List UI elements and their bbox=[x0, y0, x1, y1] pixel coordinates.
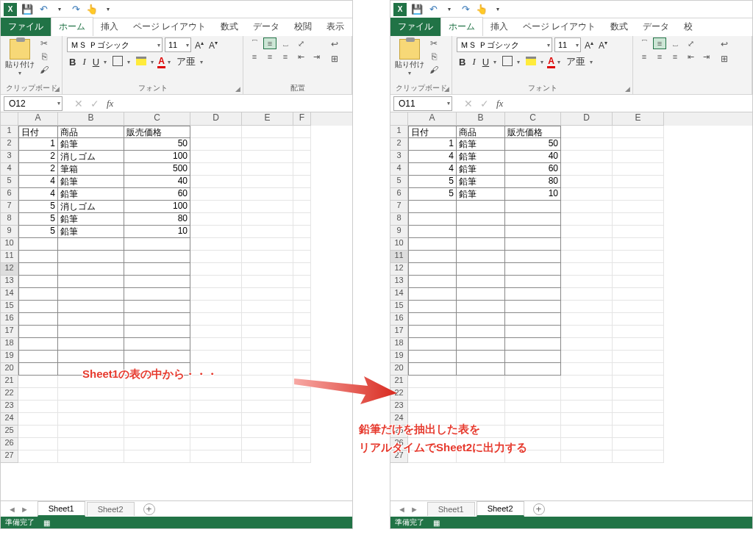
align-bottom-icon[interactable]: ⎵ bbox=[279, 37, 292, 49]
tab-layout[interactable]: ページ レイアウト bbox=[515, 18, 603, 36]
align-center-icon[interactable]: ≡ bbox=[653, 51, 666, 62]
underline-button[interactable]: U bbox=[480, 57, 491, 68]
undo-icon[interactable]: ↶ bbox=[38, 4, 49, 15]
underline-button[interactable]: U bbox=[90, 57, 101, 68]
orientation-icon[interactable]: ⤢ bbox=[294, 37, 307, 49]
tab-data[interactable]: データ bbox=[246, 18, 287, 36]
grow-font-icon[interactable]: A▴ bbox=[583, 40, 595, 51]
cancel-formula-icon[interactable]: ✕ bbox=[464, 98, 473, 110]
sheet-tab-sheet1[interactable]: Sheet1 bbox=[38, 501, 85, 517]
shrink-font-icon[interactable]: A▾ bbox=[597, 40, 609, 51]
paste-button[interactable]: 貼り付け ▾ bbox=[5, 37, 35, 76]
borders-button[interactable] bbox=[500, 56, 515, 68]
align-left-icon[interactable]: ≡ bbox=[638, 51, 651, 62]
tab-review[interactable]: 校 bbox=[677, 18, 696, 36]
chevron-down-icon[interactable]: ▾ bbox=[168, 59, 172, 65]
name-box[interactable]: O11▾ bbox=[393, 96, 452, 111]
enter-formula-icon[interactable]: ✓ bbox=[480, 98, 489, 110]
copy-icon[interactable]: ⎘ bbox=[427, 51, 440, 62]
align-bottom-icon[interactable]: ⎵ bbox=[668, 37, 682, 49]
align-top-icon[interactable]: ⎴ bbox=[248, 37, 261, 49]
tab-insert[interactable]: 挿入 bbox=[483, 18, 515, 36]
undo-dropdown-icon[interactable]: ▾ bbox=[443, 4, 455, 15]
chevron-down-icon[interactable]: ▾ bbox=[127, 59, 132, 65]
font-dialog-launcher-icon[interactable]: ◢ bbox=[625, 85, 630, 93]
cut-icon[interactable]: ✂ bbox=[427, 37, 440, 49]
clipboard-dialog-launcher-icon[interactable]: ◢ bbox=[444, 85, 449, 93]
shrink-font-icon[interactable]: A▾ bbox=[207, 40, 219, 51]
align-right-icon[interactable]: ≡ bbox=[668, 51, 682, 62]
cancel-formula-icon[interactable]: ✕ bbox=[74, 98, 83, 110]
enter-formula-icon[interactable]: ✓ bbox=[90, 98, 99, 110]
bold-button[interactable]: B bbox=[67, 57, 78, 68]
new-sheet-button[interactable]: + bbox=[143, 503, 155, 515]
copy-icon[interactable]: ⎘ bbox=[38, 51, 51, 62]
italic-button[interactable]: I bbox=[80, 56, 88, 68]
name-box[interactable]: O12▾ bbox=[4, 96, 63, 111]
tab-layout[interactable]: ページ レイアウト bbox=[126, 18, 213, 36]
tab-formula[interactable]: 数式 bbox=[213, 18, 246, 36]
chevron-down-icon[interactable]: ▾ bbox=[200, 59, 204, 65]
font-size-select[interactable]: 11▾ bbox=[165, 37, 191, 52]
new-sheet-button[interactable]: + bbox=[533, 503, 545, 515]
increase-indent-icon[interactable]: ⇥ bbox=[310, 51, 323, 62]
tab-file[interactable]: ファイル bbox=[1, 18, 51, 36]
sheet-nav-prev-icon[interactable]: ◄ bbox=[8, 505, 16, 514]
tab-insert[interactable]: 挿入 bbox=[93, 18, 126, 36]
fill-color-button[interactable] bbox=[524, 57, 538, 68]
increase-indent-icon[interactable]: ⇥ bbox=[699, 51, 713, 62]
chevron-down-icon[interactable]: ▾ bbox=[104, 59, 108, 65]
align-middle-icon[interactable]: ≡ bbox=[653, 37, 666, 49]
italic-button[interactable]: I bbox=[470, 56, 477, 68]
merge-cells-icon[interactable]: ⊞ bbox=[717, 52, 732, 65]
align-middle-icon[interactable]: ≡ bbox=[263, 37, 276, 49]
decrease-indent-icon[interactable]: ⇤ bbox=[294, 51, 307, 62]
orientation-icon[interactable]: ⤢ bbox=[684, 37, 697, 49]
align-top-icon[interactable]: ⎴ bbox=[638, 37, 651, 49]
align-left-icon[interactable]: ≡ bbox=[248, 51, 261, 62]
macro-record-icon[interactable]: ▦ bbox=[433, 519, 440, 527]
tab-home[interactable]: ホーム bbox=[51, 17, 93, 36]
fx-icon[interactable]: fx bbox=[496, 98, 503, 110]
font-dialog-launcher-icon[interactable]: ◢ bbox=[235, 85, 240, 93]
macro-record-icon[interactable]: ▦ bbox=[43, 519, 50, 527]
font-name-select[interactable]: ＭＳ Ｐゴシック▾ bbox=[457, 37, 552, 52]
sheet-tab-sheet2[interactable]: Sheet2 bbox=[87, 502, 135, 516]
chevron-down-icon[interactable]: ▾ bbox=[557, 59, 562, 65]
tab-data[interactable]: データ bbox=[635, 18, 677, 36]
bold-button[interactable]: B bbox=[457, 57, 468, 68]
tab-view[interactable]: 表示 bbox=[319, 18, 351, 36]
touch-mode-icon[interactable]: 👆 bbox=[86, 4, 98, 15]
grow-font-icon[interactable]: A▴ bbox=[193, 40, 205, 51]
chevron-down-icon[interactable]: ▾ bbox=[151, 59, 155, 65]
merge-cells-icon[interactable]: ⊞ bbox=[327, 52, 342, 65]
qat-more-icon[interactable]: ▾ bbox=[102, 4, 114, 15]
redo-icon[interactable]: ↷ bbox=[460, 4, 471, 15]
decrease-indent-icon[interactable]: ⇤ bbox=[684, 51, 697, 62]
chevron-down-icon[interactable]: ▾ bbox=[590, 59, 594, 65]
sheet-tab-sheet2[interactable]: Sheet2 bbox=[477, 501, 524, 517]
chevron-down-icon[interactable]: ▾ bbox=[517, 59, 521, 65]
cut-icon[interactable]: ✂ bbox=[38, 37, 51, 49]
spreadsheet-grid-right[interactable]: ABCDE1日付商品販売価格21鉛筆5034鉛筆4044鉛筆6055鉛筆8065… bbox=[390, 112, 752, 463]
borders-button[interactable] bbox=[110, 56, 125, 68]
format-painter-icon[interactable]: 🖌 bbox=[38, 64, 51, 76]
phonetic-button[interactable]: ア亜 bbox=[174, 55, 198, 68]
chevron-down-icon[interactable]: ▾ bbox=[493, 59, 498, 65]
phonetic-button[interactable]: ア亜 bbox=[564, 55, 588, 68]
font-color-button[interactable]: A bbox=[157, 56, 165, 68]
font-color-button[interactable]: A bbox=[547, 56, 555, 68]
clipboard-dialog-launcher-icon[interactable]: ◢ bbox=[54, 85, 60, 93]
sheet-nav-next-icon[interactable]: ► bbox=[410, 505, 418, 514]
tab-review[interactable]: 校閲 bbox=[287, 18, 319, 36]
paste-button[interactable]: 貼り付け ▾ bbox=[395, 37, 424, 76]
chevron-down-icon[interactable]: ▾ bbox=[540, 59, 545, 65]
undo-icon[interactable]: ↶ bbox=[427, 4, 439, 15]
undo-dropdown-icon[interactable]: ▾ bbox=[54, 4, 65, 15]
wrap-text-icon[interactable]: ↩ bbox=[717, 37, 732, 51]
wrap-text-icon[interactable]: ↩ bbox=[327, 37, 342, 51]
font-size-select[interactable]: 11▾ bbox=[554, 37, 581, 52]
sheet-tab-sheet1[interactable]: Sheet1 bbox=[427, 502, 475, 516]
format-painter-icon[interactable]: 🖌 bbox=[427, 64, 440, 76]
align-right-icon[interactable]: ≡ bbox=[279, 51, 292, 62]
